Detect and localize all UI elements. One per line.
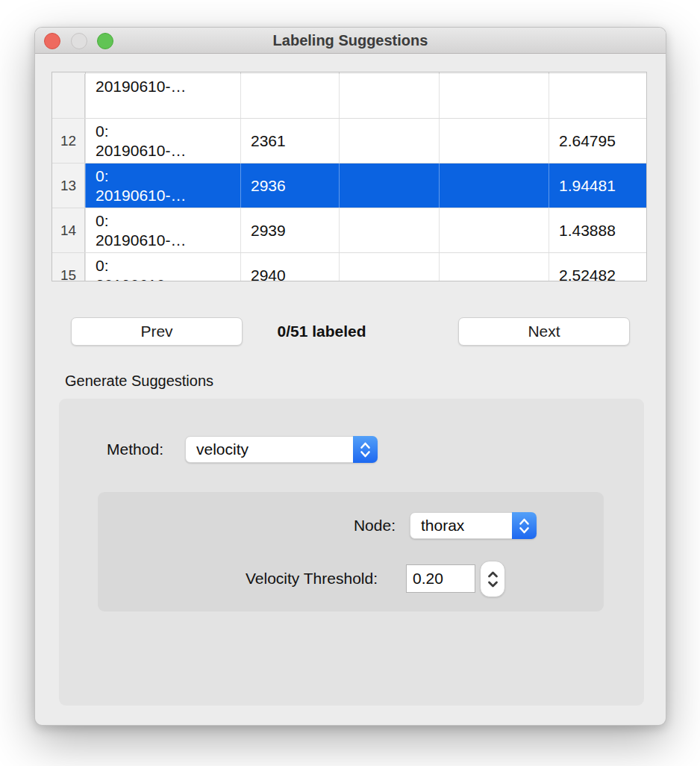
row-number: 14 — [52, 208, 85, 252]
table-row[interactable]: 20190610-… — [52, 74, 647, 119]
cell-frame — [240, 74, 339, 118]
velocity-threshold-label: Velocity Threshold: — [162, 564, 378, 593]
cell-labeled — [439, 74, 549, 118]
window-title: Labeling Suggestions — [35, 28, 666, 54]
velocity-threshold-input[interactable] — [406, 564, 475, 593]
method-dropdown[interactable]: velocity — [185, 436, 378, 463]
cell-video: 0:20190610-… — [85, 119, 240, 163]
table-row[interactable]: 14 0:20190610-… 2939 1.43888 — [52, 208, 647, 253]
cell-group — [339, 74, 439, 118]
cell-video: 0:20190610-… — [85, 164, 240, 208]
cell-labeled — [439, 208, 549, 252]
generate-suggestions-section-label: Generate Suggestions — [65, 373, 213, 390]
labeled-status: 0/51 labeled — [244, 317, 399, 346]
chevron-up-icon — [487, 571, 499, 578]
cell-video: 20190610-… — [85, 74, 240, 118]
method-options-panel: Node: thorax Velocity Threshold: — [98, 492, 604, 611]
cell-mean-score: 1.94481 — [549, 164, 647, 208]
cell-frame: 2936 — [240, 164, 339, 208]
cell-mean-score: 2.64795 — [549, 119, 647, 163]
title-bar: Labeling Suggestions — [35, 28, 666, 54]
up-down-chevrons-icon — [512, 512, 537, 539]
generate-suggestions-panel: Method: velocity Node: thorax Velocity T… — [59, 399, 644, 706]
labeling-suggestions-window: Labeling Suggestions video frame group l… — [34, 27, 666, 726]
cell-labeled — [439, 119, 549, 163]
node-label: Node: — [283, 512, 396, 539]
velocity-threshold-stepper[interactable] — [480, 561, 505, 597]
table-row-selected[interactable]: 13 0:20190610-… 2936 1.94481 — [52, 164, 647, 208]
cell-labeled — [439, 164, 549, 208]
row-number — [52, 74, 85, 118]
method-label: Method: — [80, 436, 163, 463]
node-dropdown[interactable]: thorax — [410, 512, 537, 539]
row-number: 12 — [52, 119, 85, 163]
cell-group — [339, 208, 439, 252]
cell-video: 0:20190610-… — [85, 253, 240, 281]
cell-mean-score: 2.52482 — [549, 253, 647, 281]
row-number: 15 — [52, 253, 85, 281]
cell-group — [339, 119, 439, 163]
table-row[interactable]: 12 0:20190610-… 2361 2.64795 — [52, 119, 647, 164]
cell-group — [339, 164, 439, 208]
cell-video: 0:20190610-… — [85, 208, 240, 252]
cell-group — [339, 253, 439, 281]
prev-button[interactable]: Prev — [71, 317, 243, 346]
cell-mean-score — [549, 74, 647, 118]
chevron-down-icon — [487, 581, 499, 588]
suggestions-table: video frame group labeled mean score 201… — [51, 72, 647, 281]
row-number: 13 — [52, 164, 85, 208]
cell-labeled — [439, 253, 549, 281]
cell-frame: 2939 — [240, 208, 339, 252]
cell-frame: 2940 — [240, 253, 339, 281]
cell-frame: 2361 — [240, 119, 339, 163]
up-down-chevrons-icon — [353, 436, 378, 463]
cell-mean-score: 1.43888 — [549, 208, 647, 252]
next-button[interactable]: Next — [458, 317, 630, 346]
table-row[interactable]: 15 0:20190610-… 2940 2.52482 — [52, 253, 647, 281]
table-body: 20190610-… 12 0:20190610-… 2361 2.64795 … — [52, 74, 646, 281]
